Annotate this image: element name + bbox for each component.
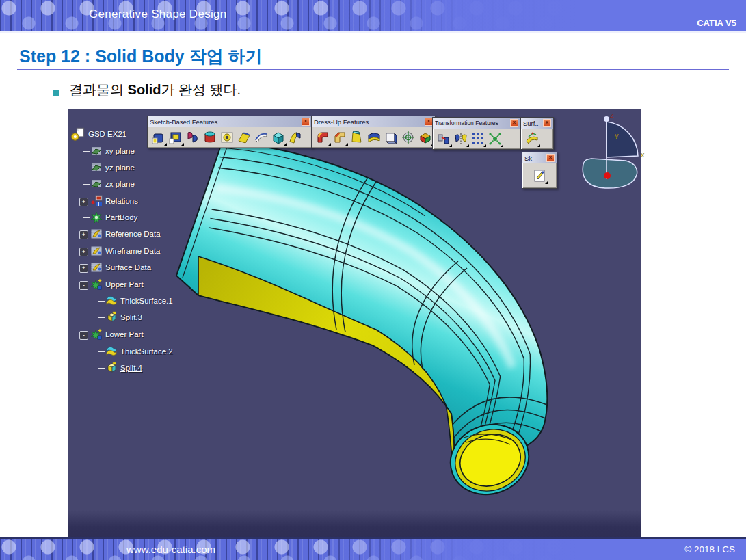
thread-tap-icon[interactable] <box>401 130 416 145</box>
split-icon <box>105 311 118 323</box>
split-icon <box>105 362 118 374</box>
translation-icon[interactable] <box>436 131 451 146</box>
tree-item-relations[interactable]: Relations <box>90 194 138 208</box>
flyout-arrow-icon <box>449 144 452 147</box>
shell-icon[interactable] <box>367 130 382 145</box>
plane-icon <box>90 145 103 157</box>
tree-item-yz-plane[interactable]: yz plane <box>90 161 135 174</box>
toolbar-title-bar[interactable]: Surf.. x <box>521 118 553 129</box>
close-icon[interactable]: x <box>510 119 518 127</box>
stiffener-icon[interactable] <box>271 130 286 145</box>
tree-item-thicksurface-1[interactable]: ThickSurface.1 <box>105 294 173 308</box>
open-body-icon <box>90 245 103 257</box>
pad-icon[interactable] <box>151 130 166 145</box>
tree-item-partbody[interactable]: PartBody <box>90 211 137 224</box>
flyout-arrow-icon <box>284 143 287 146</box>
slot-icon[interactable] <box>254 130 269 145</box>
catia-viewport[interactable]: GSD EX21 xy plane yz plane zx plane Rela… <box>68 109 641 540</box>
remove-face-icon[interactable] <box>418 130 433 145</box>
workbench-title: Generative Shape Design <box>89 8 227 21</box>
open-body-icon <box>90 261 103 274</box>
tree-branch-line <box>83 151 90 152</box>
tree-item-surface-data[interactable]: Surface Data <box>90 261 151 274</box>
footer-banner: www.edu-catia.com © 2018 LCS <box>0 537 746 560</box>
groove-icon[interactable] <box>202 130 217 145</box>
edge-fillet-icon[interactable] <box>315 130 330 145</box>
plane-icon <box>90 178 103 190</box>
compass-base-plane <box>583 159 637 188</box>
scaling-icon[interactable] <box>488 131 503 146</box>
flyout-arrow-icon <box>466 144 469 147</box>
flyout-arrow-icon <box>181 143 184 146</box>
chamfer-icon[interactable] <box>332 130 347 145</box>
expand-plus-icon[interactable]: + <box>79 198 88 206</box>
collapse-minus-icon[interactable]: - <box>79 331 88 340</box>
body-icon <box>90 328 103 341</box>
tree-branch-line <box>98 301 105 302</box>
page-title: Step 12 : Solid Body 작업 하기 <box>19 45 263 68</box>
compass[interactable]: z y x <box>571 111 648 197</box>
tree-item-root[interactable]: GSD EX21 <box>71 127 126 141</box>
toolbar-title-bar[interactable]: Transformation Features x <box>433 118 520 129</box>
rectangular-pattern-icon[interactable] <box>470 131 485 146</box>
flyout-arrow-icon <box>345 143 348 146</box>
open-body-icon <box>90 228 103 240</box>
tree-item-lower-part[interactable]: Lower Part <box>90 328 144 341</box>
page-title-step: Step 12 : Solid Body <box>19 46 185 66</box>
multi-sections-solid-icon[interactable] <box>288 130 303 145</box>
body-icon <box>90 278 103 291</box>
toolbar-transformation-features: Transformation Features x <box>432 117 521 150</box>
tree-item-wireframe-data[interactable]: Wireframe Data <box>90 244 161 258</box>
tree-branch-line <box>83 168 90 168</box>
tree-branch-line <box>83 184 90 185</box>
toolbar-dress-up-features: Dress-Up Features x <box>311 116 436 148</box>
tree-branch-line <box>98 317 105 318</box>
close-surface-icon[interactable] <box>524 131 539 146</box>
compass-top-handle <box>604 116 609 122</box>
plane-icon <box>90 161 103 174</box>
expand-plus-icon[interactable]: + <box>79 248 88 256</box>
thickness-icon[interactable] <box>384 130 399 145</box>
compass-anchor-dot <box>604 172 611 179</box>
mirror-icon[interactable] <box>453 131 468 146</box>
bullet-square-icon <box>53 90 59 96</box>
page-title-suffix: 작업 하기 <box>185 46 263 66</box>
compass-y-label: y <box>615 131 619 139</box>
hole-icon[interactable] <box>219 130 235 145</box>
tree-item-upper-part[interactable]: Upper Part <box>90 278 144 291</box>
tree-item-thicksurface-2[interactable]: ThickSurface.2 <box>105 345 173 358</box>
close-icon[interactable]: x <box>546 154 555 162</box>
toolbar-title-bar[interactable]: Dress-Up Features x <box>312 116 435 127</box>
header-banner: Generative Shape Design CATIA V5 <box>0 0 746 33</box>
tree-branch-line <box>98 368 105 369</box>
collapse-minus-icon[interactable]: - <box>79 281 88 290</box>
toolbar-title-bar[interactable]: Sketch-Based Features x <box>148 116 312 127</box>
toolbar-title-bar[interactable]: Sk x <box>522 152 557 163</box>
tree-branch-line <box>83 217 90 218</box>
title-underline <box>17 69 729 70</box>
relations-icon <box>90 195 103 207</box>
sketch-icon[interactable] <box>532 168 547 183</box>
footer-site-link[interactable]: www.edu-catia.com <box>126 544 215 555</box>
flyout-arrow-icon <box>537 144 540 147</box>
tree-item-split-4[interactable]: Split.4 <box>105 361 142 375</box>
expand-plus-icon[interactable]: + <box>79 230 88 239</box>
compass-zy-plane <box>607 122 638 157</box>
bullet-text: 결과물의 Solid가 완성 됐다. <box>69 81 479 99</box>
draft-angle-icon[interactable] <box>349 130 364 145</box>
toolbar-surface-based-features: Surf.. x <box>520 117 554 150</box>
footer-copyright: © 2018 LCS <box>684 544 735 555</box>
close-icon[interactable]: x <box>543 119 551 127</box>
expand-plus-icon[interactable]: + <box>79 264 88 273</box>
rib-icon[interactable] <box>237 130 252 145</box>
tree-item-split-3[interactable]: Split.3 <box>105 310 142 324</box>
tree-item-zx-plane[interactable]: zx plane <box>90 177 135 191</box>
tree-item-reference-data[interactable]: Reference Data <box>90 227 161 241</box>
shaft-icon[interactable] <box>185 130 200 145</box>
part-document-icon <box>71 127 85 142</box>
close-icon[interactable]: x <box>302 118 310 126</box>
pocket-icon[interactable] <box>168 130 183 145</box>
toolbar-sketch-based-features: Sketch-Based Features x <box>147 116 312 148</box>
tree-item-xy-plane[interactable]: xy plane <box>90 144 135 158</box>
part-body-icon <box>90 211 103 224</box>
